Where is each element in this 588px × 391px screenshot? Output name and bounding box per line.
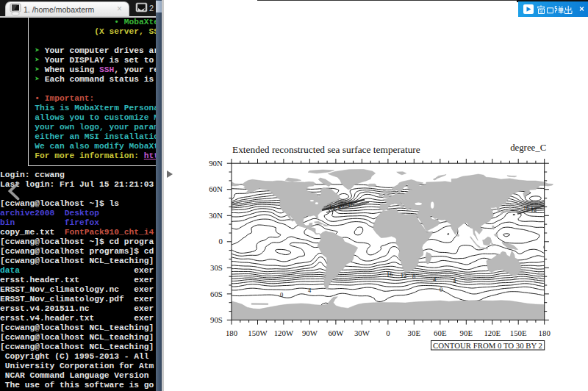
svg-text:120W: 120W [274,329,294,337]
svg-text:60S: 60S [210,290,223,298]
svg-text:90W: 90W [302,329,318,337]
svg-text:20: 20 [338,202,345,209]
svg-text:Extended reconstructed sea sur: Extended reconstructed sea surface tempe… [232,144,420,155]
svg-text:150W: 150W [248,329,268,337]
svg-text:90N: 90N [209,159,223,168]
svg-text:CONTOUR FROM 0 TO 30 BY 2: CONTOUR FROM 0 TO 30 BY 2 [433,341,542,350]
svg-text:16: 16 [387,270,393,278]
svg-text:degree_C: degree_C [510,143,546,153]
svg-text:0: 0 [218,237,222,245]
svg-text:30W: 30W [354,329,370,337]
svg-text:16: 16 [348,201,354,208]
svg-text:0: 0 [440,286,442,293]
svg-text:60N: 60N [209,184,223,193]
svg-text:30N: 30N [209,211,223,220]
svg-text:12: 12 [531,206,537,213]
svg-text:12: 12 [329,204,336,211]
svg-text:16: 16 [523,204,530,212]
svg-text:150E: 150E [510,329,527,337]
svg-text:30S: 30S [210,263,223,272]
svg-text:30E: 30E [408,329,421,337]
svg-text:8: 8 [412,273,415,280]
svg-text:90S: 90S [210,315,223,324]
svg-text:60W: 60W [328,329,344,337]
svg-text:12: 12 [401,272,407,279]
svg-text:4: 4 [453,277,456,284]
svg-text:0: 0 [386,329,390,337]
svg-text:4: 4 [308,287,312,294]
svg-text:0: 0 [280,291,283,298]
svg-text:120E: 120E [484,329,501,337]
svg-text:180: 180 [539,329,551,337]
svg-text:90E: 90E [460,329,473,337]
svg-text:60E: 60E [434,329,447,337]
svg-text:180: 180 [226,329,237,337]
svg-text:4: 4 [433,276,437,283]
